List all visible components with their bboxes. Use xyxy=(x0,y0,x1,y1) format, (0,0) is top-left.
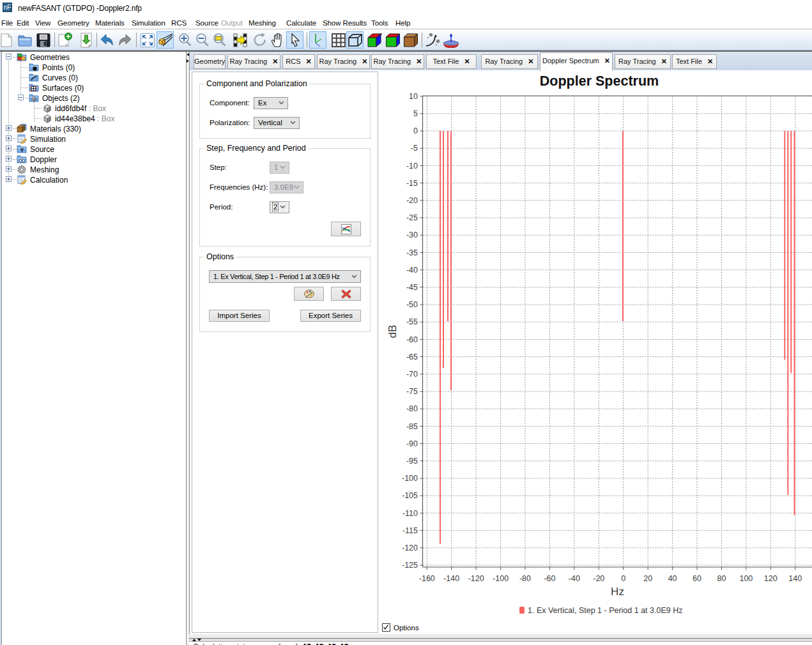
svg-text:120: 120 xyxy=(764,574,778,583)
svg-text:40: 40 xyxy=(668,574,677,583)
svg-text:-140: -140 xyxy=(443,574,459,583)
svg-text:20: 20 xyxy=(643,574,652,583)
svg-text:-125: -125 xyxy=(402,561,418,570)
svg-text:-65: -65 xyxy=(406,353,418,361)
svg-text:-105: -105 xyxy=(402,491,418,500)
svg-text:-120: -120 xyxy=(402,543,418,552)
svg-text:-100: -100 xyxy=(402,474,418,483)
svg-text:-15: -15 xyxy=(406,179,418,188)
svg-text:-60: -60 xyxy=(406,335,418,344)
svg-text:-120: -120 xyxy=(468,574,484,583)
svg-text:-40: -40 xyxy=(569,574,580,583)
svg-text:-60: -60 xyxy=(544,574,555,583)
svg-text:-25: -25 xyxy=(406,213,418,222)
svg-text:-80: -80 xyxy=(519,574,531,583)
svg-text:-30: -30 xyxy=(406,231,418,239)
svg-text:Doppler Spectrum: Doppler Spectrum xyxy=(540,73,659,89)
svg-text:-110: -110 xyxy=(402,509,418,518)
svg-text:Hz: Hz xyxy=(611,586,624,598)
svg-text:5: 5 xyxy=(413,109,418,118)
svg-text:80: 80 xyxy=(717,574,726,583)
svg-text:-10: -10 xyxy=(406,162,418,171)
svg-text:-95: -95 xyxy=(406,457,418,466)
svg-text:-20: -20 xyxy=(406,196,418,205)
svg-text:0: 0 xyxy=(621,574,625,583)
svg-text:10: 10 xyxy=(409,92,418,101)
svg-text:-100: -100 xyxy=(493,574,509,583)
svg-text:-75: -75 xyxy=(406,387,418,396)
svg-text:1. Ex Vertical, Step 1 - Perio: 1. Ex Vertical, Step 1 - Period 1 at 3.0… xyxy=(528,606,683,615)
svg-text:-5: -5 xyxy=(411,144,418,153)
svg-text:-160: -160 xyxy=(419,574,435,583)
svg-text:-50: -50 xyxy=(406,300,418,309)
svg-text:-55: -55 xyxy=(406,317,418,326)
svg-text:-35: -35 xyxy=(406,248,418,257)
svg-text:-80: -80 xyxy=(406,404,418,413)
svg-text:60: 60 xyxy=(693,574,701,583)
svg-text:-115: -115 xyxy=(402,526,418,535)
svg-text:-90: -90 xyxy=(406,439,418,448)
svg-text:-40: -40 xyxy=(406,266,418,275)
svg-text:140: 140 xyxy=(788,574,802,583)
svg-text:dB: dB xyxy=(387,325,399,338)
svg-text:-70: -70 xyxy=(406,370,418,379)
svg-text:100: 100 xyxy=(739,574,753,583)
svg-text:0: 0 xyxy=(413,126,418,135)
svg-text:-45: -45 xyxy=(406,283,418,292)
svg-text:-20: -20 xyxy=(593,574,604,583)
svg-text:-85: -85 xyxy=(406,422,418,431)
